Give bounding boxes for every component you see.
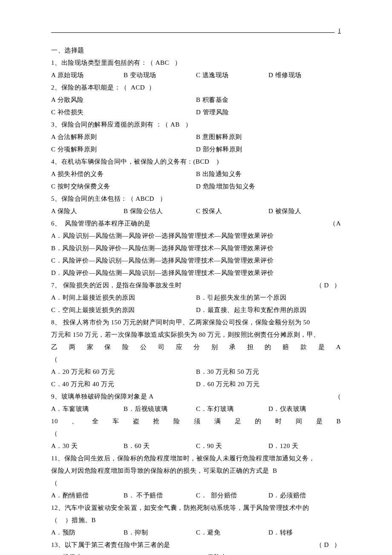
q4-stem: 4、在机动车辆保险合同中，被保险人的义务有：(BCD ) <box>51 156 341 168</box>
content-area: 一、选择题 1、出险现场类型里面包括的有：（ ABC ） A 原始现场 B 变动… <box>51 45 341 555</box>
q11-options: A．酌情赔偿 B． 不予赔偿 C． 部分赔偿 D．必须赔偿 <box>51 490 341 501</box>
q12-options: A．预防 B．抑制 C．避免 D．转移 <box>51 527 341 538</box>
q13-opt-b: B．保险人 <box>196 552 341 555</box>
q7-row2: C．空间上最接近损失的原因 D．最直接、起主导和支配作用的原因 <box>51 304 341 316</box>
q10-opt-c: C．90 天 <box>196 440 268 452</box>
q11-opt-b: B． 不予赔偿 <box>124 490 196 501</box>
q7-opt-a: A．时间上最接近损失的原因 <box>51 292 196 304</box>
q1-stem: 1、出险现场类型里面包括的有：（ ABC ） <box>51 57 341 69</box>
q8-opt-a: A．20 万元和 60 万元 <box>51 366 196 378</box>
q13-opt-a: A．投保人 <box>51 552 196 555</box>
q9-stem: 9、玻璃单独破碎险的保障对象是 A <box>51 391 331 402</box>
q12-opt-c: C．避免 <box>196 527 268 538</box>
q2-opt-b: B 积蓄基金 <box>196 94 341 106</box>
q12-line2: （ ）措施。B <box>51 515 341 526</box>
q7-stem-row: 7、 保险损失的近因，是指在保险事故发生时 （ D ） <box>51 280 341 291</box>
q4-row1: A 损失补偿的义务 B 出险通知义务 <box>51 168 341 180</box>
q12-line1: 12、汽车中设置被动安全装置，如安全气囊，防抱死制动系统等，属于风险管理技术中的 <box>51 502 341 514</box>
q3-row1: A 合法解释原则 B 意图解释原则 <box>51 131 341 143</box>
q3-opt-a: A 合法解释原则 <box>51 131 196 143</box>
q8-opt-b: B．30 万元和 50 万元 <box>196 366 341 378</box>
q6-stem: 6、 风险管理的基本程序正确的是 <box>51 218 326 229</box>
q11-opt-a: A．酌情赔偿 <box>51 490 124 501</box>
q4-opt-a: A 损失补偿的义务 <box>51 168 196 180</box>
q8-line2: 万元和 150 万元，若一次保险事故造成实际损失为 80 万元，则按照比例责任分… <box>51 329 341 341</box>
q6-answer: （A <box>326 218 341 229</box>
q5-options: A 保险人 B 保险公估人 C 投保人 D 被保险人 <box>51 205 341 217</box>
q6-opt-c: C．风险评价—风险识别—风险估测—选择风险管理技术—风险管理效果评价 <box>51 255 341 266</box>
page-number: 1 <box>338 26 341 36</box>
q7-opt-d: D．最直接、起主导和支配作用的原因 <box>196 304 341 316</box>
q13-stem-row: 13、以下属于第三者责任险中第三者的是 （ D ） <box>51 539 341 551</box>
q8-line1: 8、 投保人将市价为 150 万元的财产同时向甲、乙两家保险公司投保，保险金额分… <box>51 317 341 328</box>
q11-opt-d: D．必须赔偿 <box>268 490 341 501</box>
q12-opt-d: D．转移 <box>268 527 341 538</box>
q6-opt-d: D．风险评价—风险估测—风险识别—选择风险管理技术—风险管理效果评价 <box>51 267 341 279</box>
q7-opt-c: C．空间上最接近损失的原因 <box>51 304 196 316</box>
q8-row1: A．20 万元和 60 万元 B．30 万元和 50 万元 <box>51 366 341 378</box>
q10-stem: 10、全车盗抢险须满足的时间是B <box>51 416 341 427</box>
q10-opt-d: D．120 天 <box>268 440 341 452</box>
q2-opt-c: C 补偿损失 <box>51 107 196 118</box>
q6-stem-row: 6、 风险管理的基本程序正确的是 （A <box>51 218 341 229</box>
q5-opt-b: B 保险公估人 <box>124 205 196 217</box>
q8-line4: （ <box>51 354 341 365</box>
q10-opt-b: B．60 天 <box>124 440 196 452</box>
q9-answer: （ <box>331 391 341 402</box>
q3-opt-c: C 分项解释原则 <box>51 144 196 155</box>
q4-opt-d: D 危险增加告知义务 <box>196 181 341 192</box>
q8-line3: 乙两家保险公司应分别承担的赔款是A <box>51 341 341 353</box>
q6-opt-b: B．风险识别—风险评价—风险估测—选择风险管理技术—风险管理效果评价 <box>51 243 341 254</box>
q5-opt-d: D 被保险人 <box>268 205 341 217</box>
page: 1 一、选择题 1、出险现场类型里面包括的有：（ ABC ） A 原始现场 B … <box>0 0 392 555</box>
q5-stem: 5、保险合同的主体包括：（ ABCD ） <box>51 193 341 205</box>
q8-row2: C．40 万元和 40 万元 D．60 万元和 20 万元 <box>51 379 341 390</box>
q9-options: A．车窗玻璃 B．后视镜玻璃 C．车灯玻璃 D．仪表玻璃 <box>51 403 341 415</box>
q7-stem: 7、 保险损失的近因，是指在保险事故发生时 <box>51 280 312 291</box>
q13-stem: 13、以下属于第三者责任险中第三者的是 <box>51 539 312 551</box>
q9-opt-b: B．后视镜玻璃 <box>124 403 196 415</box>
q11-line2: 保险人对因危险程度增加而导致的保险标的的损失，可采取的正确的方式是 B <box>51 465 341 477</box>
q3-stem: 3、保险合同的解释应遵循的原则有 ：（ AB ） <box>51 119 341 130</box>
q11-opt-c: C． 部分赔偿 <box>196 490 268 501</box>
q2-opt-a: A 分散风险 <box>51 94 196 106</box>
header-rule: 1 <box>51 26 341 36</box>
q1-options: A 原始现场 B 变动现场 C 逃逸现场 D 维修现场 <box>51 69 341 81</box>
q2-row2: C 补偿损失 D 管理风险 <box>51 107 341 118</box>
q4-row2: C 按时交纳保费义务 D 危险增加告知义务 <box>51 181 341 192</box>
q11-line3: （ <box>51 477 341 489</box>
q2-opt-d: D 管理风险 <box>196 107 341 118</box>
section-title: 一、选择题 <box>51 45 341 56</box>
q9-opt-a: A．车窗玻璃 <box>51 403 124 415</box>
q1-opt-a: A 原始现场 <box>51 69 124 81</box>
q1-opt-c: C 逃逸现场 <box>196 69 268 81</box>
q3-opt-d: D 部分解释原则 <box>196 144 341 155</box>
q10-options: A．30 天 B．60 天 C．90 天 D．120 天 <box>51 440 341 452</box>
q7-answer: （ D ） <box>312 280 341 291</box>
q2-row1: A 分散风险 B 积蓄基金 <box>51 94 341 106</box>
q10-opt-a: A．30 天 <box>51 440 124 452</box>
q7-row1: A．时间上最接近损失的原因 B．引起损失发生的第一个原因 <box>51 292 341 304</box>
q7-opt-b: B．引起损失发生的第一个原因 <box>196 292 341 304</box>
q12-opt-a: A．预防 <box>51 527 124 538</box>
q5-opt-c: C 投保人 <box>196 205 268 217</box>
q5-opt-a: A 保险人 <box>51 205 124 217</box>
q8-opt-d: D．60 万元和 20 万元 <box>196 379 341 390</box>
q1-opt-b: B 变动现场 <box>124 69 196 81</box>
q4-opt-b: B 出险通知义务 <box>196 168 341 180</box>
q13-row1: A．投保人 B．保险人 <box>51 552 341 555</box>
q10-stem2: （ <box>51 428 341 439</box>
q11-line1: 11、保险合同生效后，保险标的危险程度增加时，被保险人未履行危险程度增加通知义务… <box>51 453 341 464</box>
q13-answer: （ D ） <box>312 539 341 551</box>
q3-row2: C 分项解释原则 D 部分解释原则 <box>51 144 341 155</box>
q9-opt-c: C．车灯玻璃 <box>196 403 268 415</box>
q9-opt-d: D．仪表玻璃 <box>268 403 341 415</box>
q2-stem: 2、保险的基本职能是：（ ACD ） <box>51 82 341 93</box>
q4-opt-c: C 按时交纳保费义务 <box>51 181 196 192</box>
q1-opt-d: D 维修现场 <box>268 69 341 81</box>
q6-opt-a: A．风险识别—风险估测—风险评价—选择风险管理技术—风险管理效果评价 <box>51 230 341 242</box>
q9-stem-row: 9、玻璃单独破碎险的保障对象是 A （ <box>51 391 341 402</box>
q3-opt-b: B 意图解释原则 <box>196 131 341 143</box>
q8-opt-c: C．40 万元和 40 万元 <box>51 379 196 390</box>
horizontal-rule <box>51 32 334 33</box>
